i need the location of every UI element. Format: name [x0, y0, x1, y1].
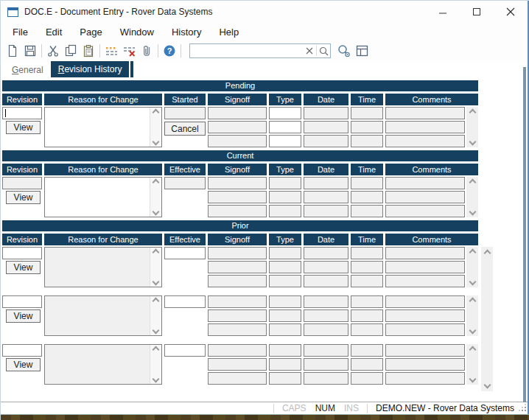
prior-col-signoff: Signoff — [208, 234, 267, 245]
window-layout-icon[interactable] — [353, 42, 371, 60]
help-icon[interactable]: ? — [161, 42, 178, 60]
scroll-up-icon[interactable] — [153, 298, 160, 305]
pending-view-button[interactable]: View — [6, 121, 41, 134]
scroll-down-icon[interactable] — [469, 327, 476, 335]
current-signoff-field-1 — [208, 177, 267, 189]
window-controls — [426, 1, 529, 23]
prior-2-signoff-scrollbar[interactable] — [466, 295, 478, 336]
pending-reason-scrollbar[interactable] — [150, 108, 161, 147]
current-reason-textarea[interactable] — [44, 177, 162, 217]
current-view-button[interactable]: View — [6, 191, 41, 204]
current-signoff-field-3 — [208, 205, 267, 217]
current-time-column — [351, 177, 383, 217]
menu-history[interactable]: History — [163, 24, 210, 40]
menu-file[interactable]: File — [4, 24, 37, 40]
minimize-icon[interactable] — [426, 1, 460, 23]
scroll-down-icon[interactable] — [153, 209, 160, 216]
scroll-down-icon[interactable] — [483, 382, 491, 389]
close-icon[interactable] — [494, 1, 528, 23]
prior-1-comments-field-3 — [385, 275, 465, 287]
prior-2-effective-field[interactable] — [164, 295, 206, 308]
prior-3-signoff-scrollbar[interactable] — [466, 344, 478, 385]
prior-1-view-button[interactable]: View — [6, 261, 41, 274]
pending-signoff-field-3 — [208, 135, 267, 147]
scroll-down-icon[interactable] — [469, 139, 476, 146]
scroll-up-icon[interactable] — [469, 346, 476, 354]
scroll-down-icon[interactable] — [153, 279, 160, 286]
search-icon[interactable] — [317, 44, 330, 57]
current-date-field-1 — [304, 177, 348, 189]
current-signoff-scrollbar[interactable] — [466, 177, 478, 217]
scroll-down-icon[interactable] — [153, 376, 160, 383]
tab-revision-history[interactable]: Revision History — [51, 61, 130, 77]
current-reason-scrollbar[interactable] — [150, 178, 161, 217]
resize-grip[interactable] — [519, 404, 528, 413]
find-records-icon[interactable] — [335, 42, 353, 60]
prior-2-date-field-1 — [304, 295, 348, 308]
menu-page[interactable]: Page — [71, 24, 111, 40]
clear-search-icon[interactable] — [303, 44, 316, 57]
pending-type-field-2[interactable] — [269, 121, 301, 133]
prior-3-type-field-2 — [269, 358, 301, 371]
scroll-down-icon[interactable] — [469, 209, 476, 216]
pending-revision-input[interactable] — [2, 107, 42, 119]
current-time-field-3 — [351, 205, 383, 217]
menu-window[interactable]: Window — [111, 24, 163, 40]
save-icon[interactable] — [21, 42, 39, 60]
scroll-up-icon[interactable] — [483, 250, 491, 257]
prior-1-reason-textarea — [44, 247, 162, 287]
current-effective-field — [164, 177, 206, 189]
prior-3-time-column — [351, 344, 383, 385]
scroll-up-icon[interactable] — [153, 249, 160, 256]
prior-2-view-button[interactable]: View — [6, 309, 41, 323]
prior-3-view-button[interactable]: View — [6, 358, 41, 371]
pending-type-field-3[interactable] — [269, 135, 301, 147]
search-input[interactable] — [190, 45, 303, 57]
cut-icon[interactable] — [44, 42, 62, 60]
scroll-up-icon[interactable] — [469, 109, 476, 116]
prior-1-effective-field[interactable] — [164, 247, 206, 259]
prior-1-comments-field-2 — [385, 261, 465, 273]
prior-3-date-field-3 — [304, 372, 348, 385]
prior-3-effective-field[interactable] — [164, 344, 206, 357]
menu-edit[interactable]: Edit — [37, 24, 71, 40]
pending-signoff-scrollbar[interactable] — [466, 107, 478, 147]
scroll-down-icon[interactable] — [153, 327, 160, 335]
scroll-down-icon[interactable] — [469, 279, 476, 286]
prior-1-revision-field[interactable] — [2, 247, 42, 259]
pending-cancel-button[interactable]: Cancel — [164, 122, 206, 136]
scroll-down-icon[interactable] — [469, 376, 476, 383]
scroll-down-icon[interactable] — [153, 139, 160, 146]
prior-1-signoff-scrollbar[interactable] — [466, 247, 478, 287]
prior-1-reason-scrollbar[interactable] — [150, 248, 161, 287]
insert-detail-icon[interactable] — [102, 42, 120, 60]
toolbar-separator — [41, 44, 42, 57]
prior-2-reason-scrollbar[interactable] — [150, 296, 161, 335]
attachment-icon[interactable] — [138, 42, 155, 60]
prior-3-revision-field[interactable] — [2, 344, 42, 357]
prior-col-revision: Revision — [2, 234, 42, 245]
pending-type-field-1[interactable] — [269, 107, 301, 119]
pending-type-column — [269, 107, 301, 147]
pending-reason-textarea[interactable] — [44, 107, 162, 147]
prior-3-reason-scrollbar[interactable] — [150, 345, 161, 384]
prior-2-revision-field[interactable] — [2, 295, 42, 308]
menu-help[interactable]: Help — [210, 24, 248, 40]
new-document-icon[interactable] — [4, 42, 21, 60]
window-vertical-scrollbar[interactable] — [523, 67, 526, 402]
paste-icon[interactable] — [80, 42, 97, 60]
scroll-up-icon[interactable] — [469, 179, 476, 186]
scroll-up-icon[interactable] — [469, 298, 476, 305]
tab-general[interactable]: General — [4, 63, 51, 77]
prior-section-scrollbar[interactable] — [481, 247, 493, 391]
scroll-up-icon[interactable] — [153, 109, 160, 116]
scroll-up-icon[interactable] — [153, 346, 160, 354]
prior-1-type-field-3 — [269, 275, 301, 287]
delete-detail-icon[interactable] — [120, 42, 138, 60]
current-col-revision: Revision — [2, 164, 42, 175]
scroll-up-icon[interactable] — [469, 249, 476, 256]
copy-icon[interactable] — [62, 42, 80, 60]
current-comments-cell — [385, 177, 478, 217]
scroll-up-icon[interactable] — [153, 179, 160, 186]
maximize-icon[interactable] — [460, 1, 494, 23]
